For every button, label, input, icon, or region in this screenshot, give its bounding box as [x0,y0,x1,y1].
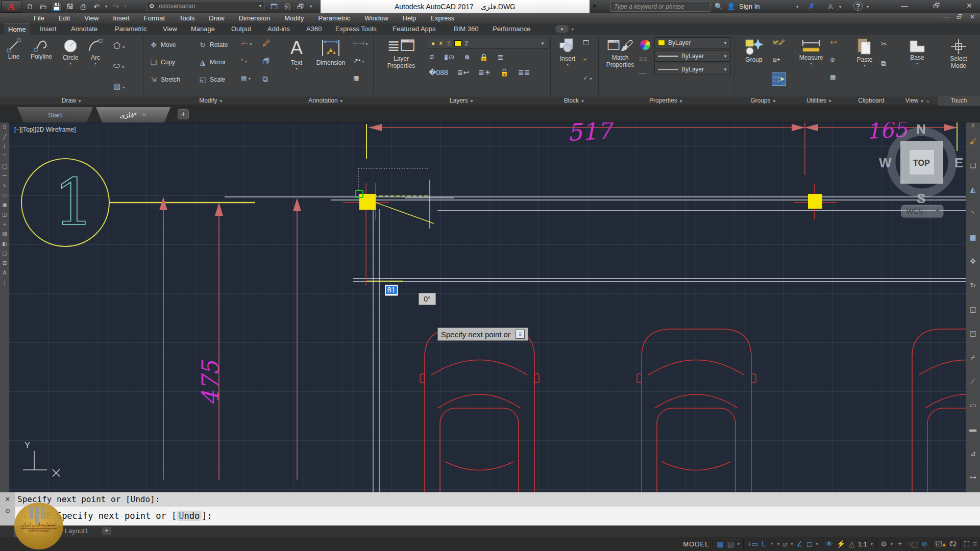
a360-icon[interactable]: ◬ [828,2,833,10]
menu-file[interactable]: File [27,13,52,23]
rt-stretch-icon[interactable]: ◳ [969,321,976,345]
doc-close-button[interactable]: ✕ [970,13,975,20]
plot-printer-icon[interactable]: ⎙ [77,1,90,12]
layer-lock-tool-icon[interactable]: 🔒 [479,53,488,61]
command-option-undo[interactable]: Undo [177,511,202,521]
workspace-dropdown-icon[interactable]: ▾ [891,542,893,546]
layer-freeze-icon[interactable]: ❄ [464,53,471,61]
customize-wrench-icon[interactable]: ⚙ [5,507,11,515]
arc-button[interactable]: Arc ▾ [85,38,106,66]
tb-pline-icon[interactable]: ⌇ [4,142,6,152]
line-button[interactable]: Line [3,38,24,60]
tab-manage[interactable]: Manage [187,23,219,35]
rt-move-icon[interactable]: ✥ [970,249,976,273]
group-button[interactable]: Group [739,38,769,63]
tb-insert-icon[interactable]: ▣ [2,200,7,210]
sign-in-label[interactable]: Sign In [739,3,760,10]
rt-scale-icon[interactable]: ◱ [969,297,976,321]
tb-revcloud-icon[interactable]: 〜 [2,171,7,181]
viewcube-east[interactable]: E [954,155,963,170]
array-icon[interactable]: ▦ ▾ [241,74,251,82]
tab-performance[interactable]: Performance [488,23,534,35]
tb-mtext-icon[interactable]: A [3,268,7,278]
lineweight-icon[interactable]: ≡≡ [639,55,648,63]
help-icon[interactable]: ? [853,2,863,11]
doc-restore-button[interactable]: 🗗 [957,13,963,20]
layer-properties-button[interactable]: ≣🗔 Layer Properties [379,37,424,69]
erase-brush-icon[interactable]: 🖉 [262,39,271,48]
layer-isolate-icon[interactable]: �ణ [445,53,455,61]
linetype-dropdown[interactable]: ByLayer ▼ [654,64,731,75]
performance-monitor-icon[interactable]: 🗠▴ [935,540,946,548]
snap-mode-toggle[interactable]: ▤ [727,540,734,548]
open-folder-icon[interactable]: 🗁 [37,1,50,12]
ribbon-collapse-icon[interactable]: ▲ [555,25,569,33]
tab-parametric[interactable]: Parametric [111,23,151,35]
tab-express-tools[interactable]: Express Tools [331,23,381,35]
groups-panel-label[interactable]: Groups ▼ [734,96,793,106]
tab-annotate[interactable]: Annotate [67,23,102,35]
autosave-sync-icon[interactable]: 🗘 [949,540,957,548]
toolbar-grip-icon[interactable]: ⠿ [971,122,974,130]
menu-modify[interactable]: Modify [277,13,311,23]
qat-customize-dropdown-icon[interactable]: ▾ [307,1,314,12]
dynamic-input-field[interactable]: 81 [385,285,398,296]
calculator-icon[interactable]: ▦ [830,73,836,81]
rotate-button[interactable]: ↻Rotate [198,39,228,51]
rt-blend-icon[interactable]: ⊶ [969,465,976,489]
infocenter-collapse-icon[interactable]: ▶ [593,3,597,8]
properties-palette-icon[interactable]: 🗗 [294,1,307,12]
mirror-button[interactable]: ◮Mirror [198,56,226,68]
fillet-icon[interactable]: ◜ ▾ [241,57,247,64]
base-button[interactable]: Base ▾ [901,38,933,66]
application-menu-button[interactable]: A [1,1,21,13]
ortho-mode-toggle[interactable]: L [762,540,766,548]
measure-flyout-icon[interactable]: ▾ [810,61,812,66]
layer-off-icon[interactable]: ⚟ [429,53,435,61]
sheet-set-icon[interactable]: 🗔 [267,1,281,12]
layer-match-icon[interactable]: �088 [429,68,448,77]
tb-block-icon[interactable]: ◫ [2,210,7,219]
menu-draw[interactable]: Draw [202,13,231,23]
object-snap-tracking-toggle[interactable]: ∠ [797,540,803,548]
arc-flyout-icon[interactable]: ▾ [94,61,96,66]
ungroup-icon[interactable]: ⧈+ [773,56,780,63]
tab-a360[interactable]: A360 [302,23,326,35]
isodraft-toggle[interactable]: ⧄ [783,540,788,548]
tb-point-icon[interactable]: + [3,219,6,229]
layer-unlock-icon[interactable]: 🔓 [500,68,508,77]
osnap-dropdown-icon[interactable]: ▾ [816,542,818,546]
plot-preview-icon[interactable]: ⎗ [281,1,294,12]
menu-format[interactable]: Format [137,13,172,23]
annotation-visibility-toggle[interactable]: 👁 [826,540,833,548]
leader-icon[interactable]: ↗• ▾ [353,57,364,64]
polygon-icon[interactable]: ⬠ ▾ [113,41,125,51]
trim-icon[interactable]: -⁄-- ▾ [241,40,252,47]
annotation-scale-icon[interactable]: △ [849,540,854,548]
undo-dropdown-icon[interactable]: ▾ [103,1,109,12]
view-panel-label[interactable]: View ▼ ↘ [897,96,938,106]
offset-icon[interactable]: ⧉ [262,74,268,84]
dimension-button[interactable]: Dimension [310,37,351,66]
layers-panel-label[interactable]: Layers ▼ [373,96,550,106]
id-point-icon[interactable]: ⊕ [830,56,835,63]
customization-menu-icon[interactable]: ≡ [973,540,977,548]
menu-parametric[interactable]: Parametric [311,13,357,23]
menu-window[interactable]: Window [357,13,395,23]
table-icon[interactable]: ▦ [353,74,359,82]
model-space-badge[interactable]: MODEL [683,540,709,548]
tb-line-icon[interactable]: ╱ [3,132,6,142]
rt-fillet-icon[interactable]: ◝ [971,202,974,226]
isodraft-dropdown-icon[interactable]: ▾ [791,542,793,546]
linetype-list-icon[interactable]: ┄┄ [639,70,646,78]
command-input-line[interactable]: ╱▾ LINE Specify next point or [Undo]: [0,507,980,525]
insert-block-button[interactable]: Insert ▾ [554,38,581,67]
viewcube-top-label[interactable]: TOP [913,159,930,167]
tab-home[interactable]: Home [4,23,30,35]
create-block-icon[interactable]: 🗔 [583,39,589,46]
workspace-switcher[interactable]: ⚙ ostovarsazan ▾ [146,1,264,11]
explode-icon[interactable]: 🗇 [262,57,270,66]
rt-mirror-icon[interactable]: ◭ [970,178,976,202]
stretch-button[interactable]: ⇲Stretch [149,73,180,86]
new-file-icon[interactable]: 🗋 [23,1,37,12]
